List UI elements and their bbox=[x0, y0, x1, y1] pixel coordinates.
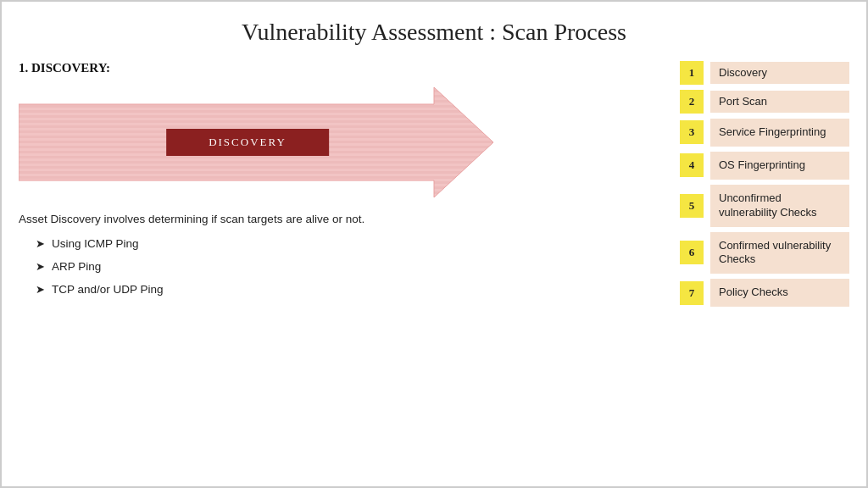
section-label: 1. DISCOVERY: bbox=[19, 61, 663, 75]
right-panel: 1 Discovery 2 Port Scan 3 Service Finger… bbox=[680, 61, 849, 452]
step-num-7: 7 bbox=[680, 281, 704, 305]
bullet-list: Using ICMP Ping ARP Ping TCP and/or UDP … bbox=[19, 237, 663, 296]
list-item: TCP and/or UDP Ping bbox=[36, 283, 663, 296]
step-7: 7 Policy Checks bbox=[680, 279, 849, 307]
list-item: ARP Ping bbox=[36, 260, 663, 273]
step-num-3: 3 bbox=[680, 120, 704, 144]
step-num-1: 1 bbox=[680, 61, 704, 85]
step-num-5: 5 bbox=[680, 194, 704, 218]
step-3: 3 Service Fingerprinting bbox=[680, 119, 849, 147]
step-label-7: Policy Checks bbox=[710, 279, 849, 307]
step-label-5: Unconfirmed vulnerability Checks bbox=[710, 185, 849, 227]
step-1: 1 Discovery bbox=[680, 61, 849, 85]
step-label-1: Discovery bbox=[710, 62, 849, 85]
step-label-2: Port Scan bbox=[710, 91, 849, 114]
step-num-2: 2 bbox=[680, 90, 704, 114]
step-4: 4 OS Fingerprinting bbox=[680, 152, 849, 180]
discovery-button[interactable]: DISCOVERY bbox=[166, 129, 329, 156]
step-label-3: Service Fingerprinting bbox=[710, 119, 849, 147]
list-item: Using ICMP Ping bbox=[36, 237, 663, 250]
arrow-container: DISCOVERY bbox=[19, 87, 476, 197]
step-num-4: 4 bbox=[680, 153, 704, 177]
step-6: 6 Confirmed vulnerability Checks bbox=[680, 232, 849, 274]
step-label-6: Confirmed vulnerability Checks bbox=[710, 232, 849, 274]
step-2: 2 Port Scan bbox=[680, 90, 849, 114]
step-5: 5 Unconfirmed vulnerability Checks bbox=[680, 185, 849, 227]
description-text: Asset Discovery involves determining if … bbox=[19, 213, 663, 225]
left-panel: 1. DISCOVERY: DISCOVERY Asset Discovery … bbox=[19, 61, 680, 452]
step-num-6: 6 bbox=[680, 241, 704, 264]
slide: Vulnerability Assessment : Scan Process … bbox=[0, 0, 868, 488]
main-content: 1. DISCOVERY: DISCOVERY Asset Discovery … bbox=[19, 61, 849, 452]
step-label-4: OS Fingerprinting bbox=[710, 152, 849, 180]
page-title: Vulnerability Assessment : Scan Process bbox=[19, 19, 849, 46]
